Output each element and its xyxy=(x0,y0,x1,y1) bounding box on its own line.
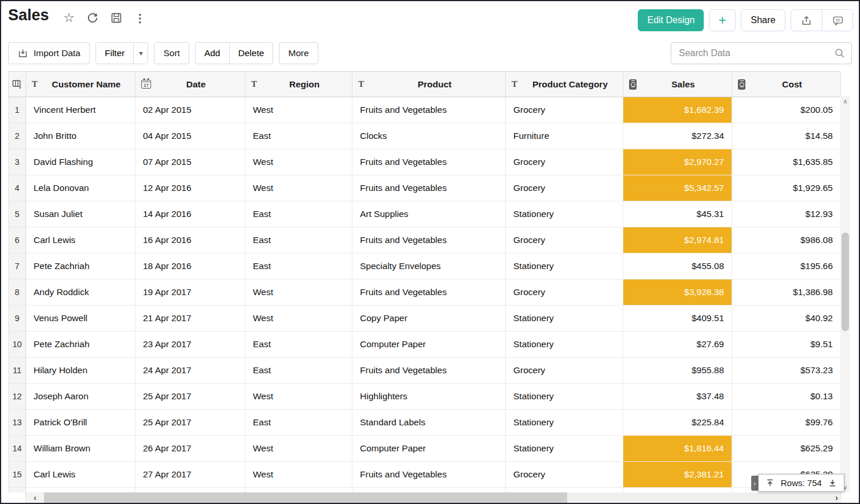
cell-customer-name[interactable]: David Flashing xyxy=(26,149,135,175)
cell-sales[interactable]: $1,816.44 xyxy=(623,436,732,462)
column-header-customer-name[interactable]: T Customer Name xyxy=(26,72,135,97)
cell-product-category[interactable]: Grocery xyxy=(506,149,623,175)
column-header-cost[interactable]: Cost xyxy=(732,72,841,97)
edit-design-button[interactable]: Edit Design xyxy=(638,9,704,31)
column-header-product[interactable]: T Product xyxy=(352,72,506,97)
cell-region[interactable]: West xyxy=(245,384,352,410)
cell-product-category[interactable]: Stationery xyxy=(506,306,623,332)
share-button[interactable]: Share xyxy=(741,9,785,31)
vertical-scrollbar[interactable]: ∧ ∨ xyxy=(840,96,850,492)
cell-date[interactable]: 07 Apr 2015 xyxy=(135,149,245,175)
cell-product-category[interactable]: Grocery xyxy=(506,358,623,384)
cell-region[interactable]: East xyxy=(245,123,352,149)
cell-customer-name[interactable]: Patrick O'Brill xyxy=(26,410,135,436)
cell-region[interactable]: East xyxy=(245,410,352,436)
row-number-cell[interactable]: 15 xyxy=(9,462,26,488)
create-new-button[interactable]: + xyxy=(709,9,736,31)
cell-customer-name[interactable]: William Brown xyxy=(26,436,135,462)
add-button[interactable]: Add xyxy=(196,43,229,64)
search-input[interactable] xyxy=(679,48,834,58)
cell-date[interactable]: 12 Apr 2016 xyxy=(135,175,245,201)
cell-region[interactable]: West xyxy=(245,149,352,175)
row-number-cell[interactable]: 1 xyxy=(9,97,26,123)
column-header-product-category[interactable]: T Product Category xyxy=(506,72,623,97)
cell-sales[interactable]: $272.34 xyxy=(623,123,732,149)
cell-region[interactable]: West xyxy=(245,306,352,332)
row-number-cell[interactable]: 2 xyxy=(9,123,26,149)
row-number-cell[interactable]: 13 xyxy=(9,410,26,436)
cell-product-category[interactable]: Stationery xyxy=(506,410,623,436)
row-number-cell[interactable]: 11 xyxy=(9,358,26,384)
save-icon[interactable] xyxy=(110,12,123,24)
cell-customer-name[interactable]: Venus Powell xyxy=(26,306,135,332)
scroll-right-button[interactable]: › xyxy=(832,492,841,503)
column-header-region[interactable]: T Region xyxy=(245,72,352,97)
cell-product[interactable]: Fruits and Vegetables xyxy=(352,149,506,175)
cell-sales[interactable]: $45.31 xyxy=(623,201,732,227)
favorite-star-icon[interactable]: ☆ xyxy=(63,12,75,24)
row-number-cell[interactable]: 12 xyxy=(9,384,26,410)
cell-product-category[interactable]: Grocery xyxy=(506,175,623,201)
cell-product-category[interactable]: Grocery xyxy=(506,279,623,306)
cell-product[interactable]: Clocks xyxy=(352,123,506,149)
cell-date[interactable]: 25 Apr 2017 xyxy=(135,384,245,410)
sort-button[interactable]: Sort xyxy=(154,42,189,64)
export-button[interactable] xyxy=(791,10,822,31)
cell-product[interactable]: Standard Labels xyxy=(352,410,506,436)
comment-button[interactable] xyxy=(822,10,852,31)
cell-region[interactable]: West xyxy=(245,436,352,462)
cell-cost[interactable]: $99.76 xyxy=(732,410,841,436)
cell-product-category[interactable]: Furniture xyxy=(506,123,623,149)
cell-region[interactable]: West xyxy=(245,279,352,306)
cell-product[interactable]: Highlighters xyxy=(352,384,506,410)
cell-region[interactable]: East xyxy=(245,358,352,384)
cell-product[interactable]: Fruits and Vegetables xyxy=(352,358,506,384)
cell-product-category[interactable]: Stationery xyxy=(506,201,623,227)
column-header-sales[interactable]: Sales xyxy=(623,72,732,97)
filter-button[interactable]: Filter xyxy=(96,43,133,64)
row-number-cell[interactable]: 10 xyxy=(9,332,26,358)
cell-sales[interactable]: $1,682.39 xyxy=(623,97,732,123)
cell-region[interactable]: East xyxy=(245,332,352,358)
cell-product-category[interactable]: Stationery xyxy=(506,436,623,462)
cell-sales[interactable]: $2,974.81 xyxy=(623,227,732,253)
import-data-button[interactable]: Import Data xyxy=(8,42,90,64)
cell-cost[interactable]: $200.05 xyxy=(732,97,841,123)
cell-region[interactable]: East xyxy=(245,253,352,279)
row-number-cell[interactable]: 9 xyxy=(9,306,26,332)
cell-cost[interactable]: $625.29 xyxy=(732,436,841,462)
scroll-left-button[interactable]: ‹ xyxy=(26,492,44,503)
cell-product-category[interactable]: Grocery xyxy=(506,462,623,488)
cell-date[interactable]: 14 Apr 2016 xyxy=(135,201,245,227)
cell-product[interactable]: Copy Paper xyxy=(352,306,506,332)
cell-customer-name[interactable]: Carl Lewis xyxy=(26,462,135,488)
go-to-last-row-button[interactable] xyxy=(828,479,837,488)
cell-date[interactable]: 26 Apr 2017 xyxy=(135,436,245,462)
row-number-cell[interactable]: 4 xyxy=(9,175,26,201)
cell-region[interactable]: East xyxy=(245,201,352,227)
cell-cost[interactable]: $40.92 xyxy=(732,306,841,332)
cell-sales[interactable]: $409.51 xyxy=(623,306,732,332)
cell-sales[interactable]: $225.84 xyxy=(623,410,732,436)
cell-date[interactable]: 18 Apr 2016 xyxy=(135,253,245,279)
cell-sales[interactable]: $37.48 xyxy=(623,384,732,410)
cell-customer-name[interactable]: Pete Zachriah xyxy=(26,253,135,279)
cell-region[interactable]: West xyxy=(245,462,352,488)
cell-date[interactable]: 25 Apr 2017 xyxy=(135,410,245,436)
cell-cost[interactable]: $0.13 xyxy=(732,384,841,410)
cell-cost[interactable]: $14.58 xyxy=(732,123,841,149)
cell-date[interactable]: 16 Apr 2016 xyxy=(135,227,245,253)
filter-dropdown-button[interactable]: ▾ xyxy=(133,43,148,64)
row-number-cell[interactable]: 8 xyxy=(9,279,26,306)
cell-cost[interactable]: $12.93 xyxy=(732,201,841,227)
cell-cost[interactable]: $573.23 xyxy=(732,358,841,384)
cell-region[interactable]: West xyxy=(245,97,352,123)
cell-customer-name[interactable]: Joseph Aaron xyxy=(26,384,135,410)
cell-cost[interactable]: $1,635.85 xyxy=(732,149,841,175)
cell-date[interactable]: 19 Apr 2017 xyxy=(135,279,245,306)
cell-customer-name[interactable]: Andy Roddick xyxy=(26,279,135,306)
cell-date[interactable]: 02 Apr 2015 xyxy=(135,97,245,123)
select-all-corner[interactable] xyxy=(9,72,26,97)
cell-product[interactable]: Fruits and Vegetables xyxy=(352,97,506,123)
cell-customer-name[interactable]: Carl Lewis xyxy=(26,227,135,253)
